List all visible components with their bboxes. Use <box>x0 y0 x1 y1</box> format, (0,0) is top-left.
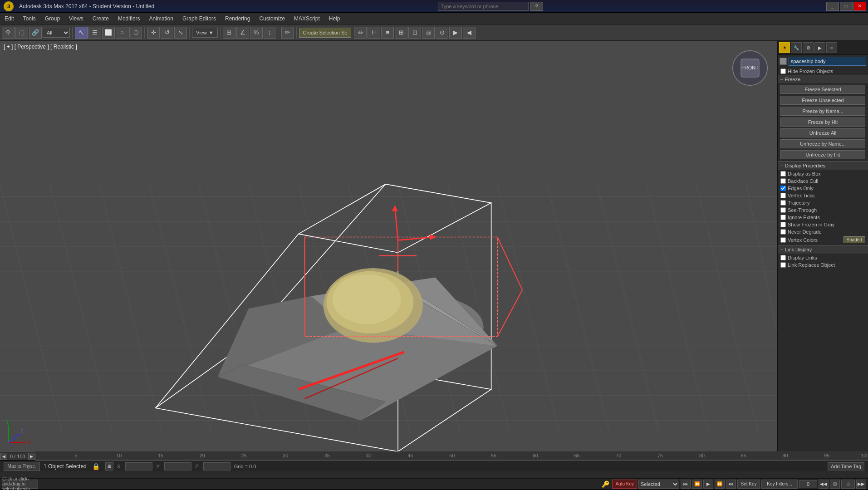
material-editor-btn[interactable]: ◎ <box>422 27 435 39</box>
edit-named-sel-btn[interactable]: ✏ <box>281 27 294 39</box>
backface-cull-checkbox[interactable] <box>780 178 786 184</box>
reference-dropdown[interactable]: View ▼ <box>192 28 218 38</box>
object-name-input[interactable] <box>789 57 866 66</box>
menu-graph-editors[interactable]: Graph Editors <box>178 14 221 24</box>
render-setup-btn[interactable]: ⊙ <box>436 27 448 39</box>
title-search-input[interactable] <box>438 2 529 11</box>
set-key-mode-btn[interactable]: Set Key <box>737 480 760 489</box>
anim-next-btn[interactable]: ▶▶ <box>856 480 866 489</box>
link-btn[interactable]: 🔗 <box>29 27 42 39</box>
maximize-btn[interactable]: □ <box>840 2 853 11</box>
display-props-header[interactable]: − Display Properties <box>778 161 868 170</box>
fence-select-btn[interactable]: ⬡ <box>129 27 142 39</box>
unfreeze-by-hit-btn[interactable]: Unfreeze by Hit <box>780 150 865 159</box>
select-object-btn[interactable]: ↖ <box>75 27 88 39</box>
see-through-checkbox[interactable] <box>780 207 786 213</box>
menu-customize[interactable]: Customize <box>255 14 289 24</box>
panel-tab-display[interactable]: ☀ <box>779 42 790 53</box>
menu-rendering[interactable]: Rendering <box>221 14 255 24</box>
key-mode-select[interactable]: Selected <box>638 480 679 489</box>
panel-tab-modify[interactable]: 🔧 <box>791 42 802 53</box>
timeline-scroll-right[interactable]: ▶ <box>28 453 35 460</box>
schematic-btn[interactable]: ⊡ <box>408 27 421 39</box>
filter-select[interactable]: All <box>43 28 70 38</box>
freeze-selected-btn[interactable]: Freeze Selected <box>780 85 865 94</box>
frame-number-input[interactable] <box>799 480 817 488</box>
x-coord-input[interactable] <box>125 462 152 470</box>
timeline-track[interactable]: 5 10 15 20 25 30 35 40 45 50 55 60 65 70… <box>35 451 868 461</box>
menu-animation[interactable]: Animation <box>145 14 178 24</box>
freeze-by-hit-btn[interactable]: Freeze by Hit <box>780 118 865 127</box>
create-selection-btn[interactable]: Create Selection Se <box>299 28 352 38</box>
link-display-header[interactable]: − Link Display <box>778 245 868 254</box>
snap-toggle-btn[interactable]: ⊞ <box>223 27 235 39</box>
link-replaces-checkbox[interactable] <box>780 262 786 268</box>
edges-only-checkbox[interactable] <box>780 186 786 191</box>
rect-select-btn[interactable]: ⬜ <box>102 27 115 39</box>
move-btn[interactable]: ✛ <box>147 27 160 39</box>
menu-modifiers[interactable]: Modifiers <box>113 14 145 24</box>
layer-mgr-btn[interactable]: ⊞ <box>395 27 407 39</box>
menu-tools[interactable]: Tools <box>19 14 40 24</box>
go-to-start-btn[interactable]: ⏮ <box>681 480 691 489</box>
never-degrade-checkbox[interactable] <box>780 229 786 235</box>
freeze-by-name-btn[interactable]: Freeze by Name... <box>780 107 865 116</box>
menu-edit[interactable]: Edit <box>0 14 19 24</box>
select-tool-btn[interactable]: ⚲ <box>2 27 15 39</box>
menu-help[interactable]: Help <box>324 14 345 24</box>
circle-select-btn[interactable]: ○ <box>116 27 128 39</box>
panel-tab-motion[interactable]: ▶ <box>814 42 825 53</box>
align-btn[interactable]: ⊨ <box>368 27 380 39</box>
display-links-checkbox[interactable] <box>780 255 786 260</box>
viewport[interactable]: [ + ] [ Perspective ] [ Realistic ] FRON… <box>0 41 777 452</box>
hide-frozen-checkbox[interactable] <box>780 69 786 74</box>
unfreeze-all-btn[interactable]: Unfreeze All <box>780 128 865 137</box>
auto-key-btn[interactable]: Auto Key <box>612 480 637 489</box>
z-coord-input[interactable] <box>203 462 230 470</box>
rotate-btn[interactable]: ↺ <box>161 27 173 39</box>
navigation-cube[interactable]: FRONT <box>732 50 768 86</box>
show-frozen-gray-checkbox[interactable] <box>780 222 786 227</box>
select-region-btn[interactable]: ⬚ <box>15 27 28 39</box>
anim-prev-btn[interactable]: ◀◀ <box>819 480 829 489</box>
max-to-physx-btn[interactable]: Max to Physc. <box>4 462 40 471</box>
add-time-tag-btn[interactable]: Add Time Tag <box>828 462 864 470</box>
display-as-box-checkbox[interactable] <box>780 171 786 176</box>
play-btn[interactable]: ▶ <box>703 480 713 489</box>
spinner-snap-btn[interactable]: ↕ <box>264 27 276 39</box>
prev-frame-btn[interactable]: ⏪ <box>692 480 702 489</box>
next-frame-btn[interactable]: ⏩ <box>715 480 725 489</box>
freeze-unselected-btn[interactable]: Freeze Unselected <box>780 96 865 105</box>
key-filters-btn[interactable]: Key Filters... <box>761 480 798 489</box>
shaded-btn[interactable]: Shaded <box>843 236 865 243</box>
render-last-btn[interactable]: ◀ <box>463 27 476 39</box>
percent-snap-btn[interactable]: % <box>250 27 263 39</box>
render-frame-btn[interactable]: ▶ <box>449 27 462 39</box>
unfreeze-by-name-btn[interactable]: Unfreeze by Name... <box>780 139 865 148</box>
angle-snap-btn[interactable]: ∠ <box>236 27 249 39</box>
transform-type-in-btn[interactable]: ⊞ <box>105 462 113 470</box>
go-to-end-btn[interactable]: ⏭ <box>726 480 736 489</box>
minimize-btn[interactable]: _ <box>826 2 839 11</box>
help-btn[interactable]: ? <box>530 2 543 11</box>
trajectory-checkbox[interactable] <box>780 200 786 206</box>
menu-group[interactable]: Group <box>40 14 64 24</box>
timeline-scroll-left[interactable]: ◀ <box>0 453 7 460</box>
vertex-colors-checkbox[interactable] <box>780 237 786 243</box>
menu-create[interactable]: Create <box>88 14 113 24</box>
menu-maxscript[interactable]: MAXScript <box>289 14 324 24</box>
color-swatch[interactable] <box>780 58 787 65</box>
freeze-section-header[interactable]: − Freeze <box>778 75 868 84</box>
close-btn[interactable]: ✕ <box>853 2 866 11</box>
y-coord-input[interactable] <box>164 462 191 470</box>
quick-align-btn[interactable]: ≡ <box>381 27 394 39</box>
vertex-ticks-checkbox[interactable] <box>780 193 786 198</box>
ignore-extents-checkbox[interactable] <box>780 215 786 220</box>
menu-views[interactable]: Views <box>64 14 88 24</box>
mirror-btn[interactable]: ⇔ <box>354 27 367 39</box>
select-by-name-btn[interactable]: ☰ <box>88 27 101 39</box>
scale-btn[interactable]: ⤡ <box>174 27 187 39</box>
panel-tab-hierarchy[interactable]: ⚙ <box>803 42 814 53</box>
anim-expand-btn[interactable]: ⊞ <box>830 480 840 489</box>
anim-record-btn[interactable]: ⊙ <box>841 480 855 489</box>
